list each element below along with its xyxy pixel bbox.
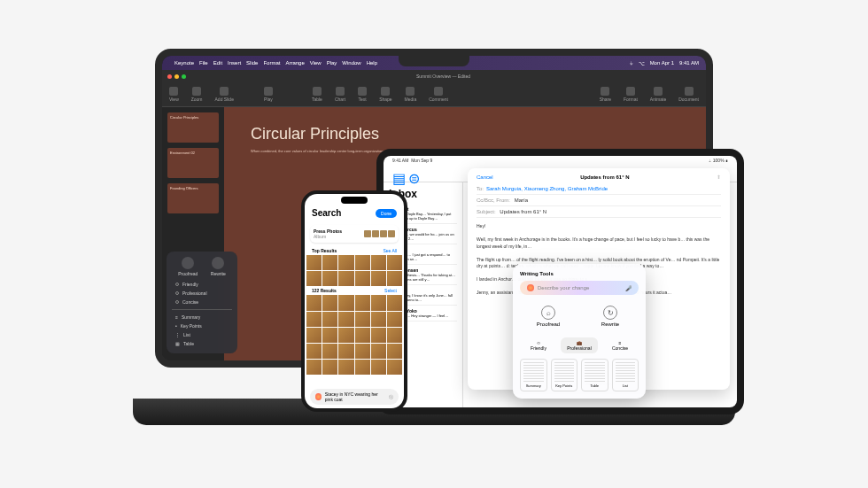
toolbar-play[interactable]: Play: [264, 87, 273, 102]
wt-rewrite-button[interactable]: ↻Rewrite: [582, 300, 639, 332]
photo-thumb[interactable]: [355, 255, 370, 270]
photo-thumb[interactable]: [322, 255, 337, 270]
menubar-view[interactable]: View: [310, 60, 322, 66]
cancel-button[interactable]: Cancel: [477, 174, 493, 180]
photo-thumb[interactable]: [387, 360, 402, 375]
photo-thumb[interactable]: [355, 271, 370, 286]
photo-thumb[interactable]: [355, 312, 370, 327]
photo-thumb[interactable]: [338, 295, 353, 310]
zoom-button[interactable]: [182, 74, 186, 79]
select-link[interactable]: Select: [384, 288, 397, 293]
photo-thumb[interactable]: [338, 255, 353, 270]
filter-icon[interactable]: ⊜: [408, 170, 417, 179]
photo-thumb[interactable]: [322, 312, 337, 327]
photo-thumb[interactable]: [338, 344, 353, 359]
toolbar-table[interactable]: Table: [312, 87, 322, 102]
wt-tone-concise[interactable]: ≡Concise: [601, 337, 639, 353]
menubar-file[interactable]: File: [199, 60, 208, 66]
menubar-app[interactable]: Keynote: [174, 60, 194, 66]
subject-field[interactable]: Subject: Updates from 61° N: [477, 206, 721, 218]
menubar-window[interactable]: Window: [342, 60, 360, 66]
cc-field[interactable]: Cc/Bcc, From: María: [477, 195, 721, 206]
slide-thumb-1[interactable]: Circular Principles: [167, 112, 219, 143]
wt-format-summary[interactable]: ≡Summary: [172, 313, 232, 321]
wt-tone-professional[interactable]: 💼Professional: [561, 337, 598, 353]
wt-card-table[interactable]: Table: [581, 359, 608, 391]
wt-format-keypoints[interactable]: •Key Points: [172, 321, 232, 330]
photo-thumb[interactable]: [371, 271, 386, 286]
menubar-play[interactable]: Play: [327, 60, 337, 66]
photo-thumb[interactable]: [387, 295, 402, 310]
photo-thumb[interactable]: [387, 312, 402, 327]
photo-thumb[interactable]: [355, 360, 370, 375]
toolbar-view[interactable]: View: [169, 87, 179, 102]
photo-thumb[interactable]: [322, 344, 337, 359]
photo-thumb[interactable]: [387, 255, 402, 270]
wt-tone-friendly[interactable]: ☺Friendly: [520, 337, 557, 353]
menubar-help[interactable]: Help: [367, 60, 377, 66]
menubar-time[interactable]: 9:41 AM: [679, 60, 699, 66]
wt-proofread[interactable]: Proofread: [178, 257, 198, 276]
photo-thumb[interactable]: [371, 255, 386, 270]
minimize-button[interactable]: [174, 74, 179, 79]
mic-icon[interactable]: 🎤: [625, 285, 632, 291]
control-center-icon[interactable]: ⌥: [639, 60, 645, 66]
toolbar-format[interactable]: Format: [624, 87, 638, 102]
photo-thumb[interactable]: [322, 328, 337, 343]
photo-thumb[interactable]: [371, 328, 386, 343]
slide-thumb-2[interactable]: Environment 02: [167, 148, 219, 178]
toolbar-share[interactable]: Share: [600, 87, 611, 102]
photo-thumb[interactable]: [306, 295, 322, 310]
wt-card-list[interactable]: List: [612, 359, 639, 391]
photo-thumb[interactable]: [387, 344, 402, 359]
photo-thumb[interactable]: [322, 295, 337, 310]
all-results-grid[interactable]: [305, 295, 404, 375]
menubar-date[interactable]: Mon Apr 1: [650, 60, 674, 66]
photo-thumb[interactable]: [371, 360, 386, 375]
toolbar-shape[interactable]: Shape: [379, 87, 391, 102]
done-button[interactable]: Done: [376, 209, 397, 218]
see-all-link[interactable]: See All: [383, 248, 397, 253]
toolbar-document[interactable]: Document: [678, 87, 699, 102]
wt-format-list[interactable]: ⋮List: [172, 330, 232, 339]
photo-thumb[interactable]: [338, 312, 353, 327]
photo-thumb[interactable]: [306, 328, 322, 343]
close-button[interactable]: [167, 74, 172, 79]
wt-format-table[interactable]: ▦Table: [172, 339, 232, 348]
wifi-icon[interactable]: ⏚: [630, 60, 633, 66]
wt-tone-friendly[interactable]: Friendly: [172, 280, 232, 289]
send-button[interactable]: ⬆: [717, 174, 721, 180]
wt-describe-input[interactable]: Describe your change 🎤: [520, 281, 639, 295]
photo-thumb[interactable]: [338, 328, 353, 343]
menubar-arrange[interactable]: Arrange: [285, 60, 304, 66]
menubar-edit[interactable]: Edit: [213, 60, 222, 66]
slide-thumb-3[interactable]: Founding Officers: [167, 183, 219, 213]
photo-thumb[interactable]: [338, 360, 353, 375]
photo-thumb[interactable]: [306, 255, 322, 270]
photo-thumb[interactable]: [306, 271, 322, 286]
sidebar-toggle-icon[interactable]: ▤: [392, 170, 401, 179]
wt-tone-professional[interactable]: Professional: [172, 289, 232, 298]
photo-thumb[interactable]: [387, 271, 402, 286]
photo-thumb[interactable]: [355, 295, 370, 310]
to-field[interactable]: To:Sarah Murguia, Xiaomeng Zhong, Graham…: [477, 183, 721, 195]
wt-proofread-button[interactable]: ⌕Proofread: [520, 300, 577, 332]
siri-search-bar[interactable]: Stacey in NYC wearing her pink coat ⓧ: [310, 389, 399, 405]
clear-icon[interactable]: ⓧ: [389, 394, 393, 399]
menubar-format[interactable]: Format: [263, 60, 280, 66]
photo-thumb[interactable]: [338, 271, 353, 286]
photo-thumb[interactable]: [306, 312, 322, 327]
photo-thumb[interactable]: [306, 360, 322, 375]
photo-thumb[interactable]: [355, 344, 370, 359]
toolbar-comment[interactable]: Comment: [429, 87, 448, 102]
toolbar-animate[interactable]: Animate: [650, 87, 666, 102]
toolbar-add-slide[interactable]: Add Slide: [215, 87, 234, 102]
photo-thumb[interactable]: [371, 312, 386, 327]
album-suggestion-card[interactable]: Press Photos Album: [310, 225, 399, 243]
photo-thumb[interactable]: [355, 328, 370, 343]
photo-thumb[interactable]: [387, 328, 402, 343]
photo-thumb[interactable]: [371, 295, 386, 310]
wt-card-summary[interactable]: Summary: [520, 359, 547, 391]
menubar-slide[interactable]: Slide: [246, 60, 258, 66]
photo-thumb[interactable]: [322, 271, 337, 286]
